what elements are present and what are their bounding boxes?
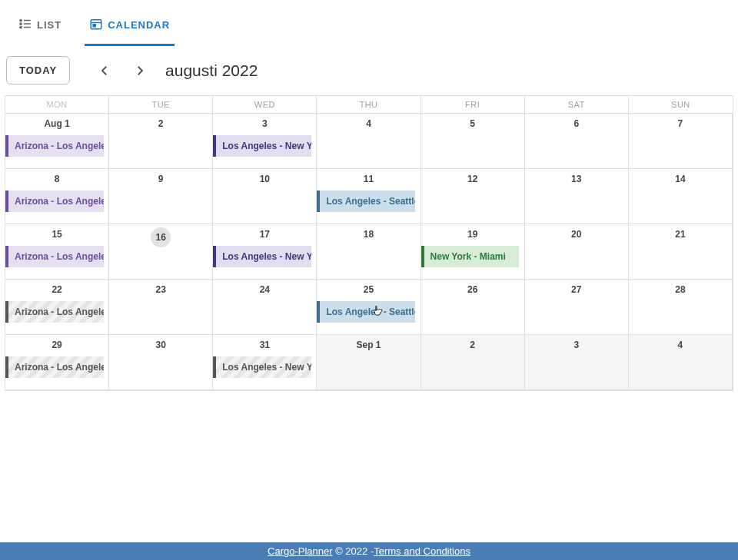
calendar-event[interactable]: Los Angeles - New York	[213, 246, 311, 267]
day-cell[interactable]: 24	[213, 280, 317, 335]
day-number: 25	[317, 280, 420, 295]
tab-list-label: LIST	[37, 19, 62, 31]
calendar-toolbar: TODAY augusti 2022	[0, 47, 738, 95]
day-cell[interactable]: 28	[629, 280, 733, 335]
day-number: 14	[629, 169, 732, 184]
day-number: 26	[421, 280, 524, 295]
day-number: 19	[421, 224, 524, 240]
day-cell[interactable]: Sep 1	[317, 335, 421, 390]
week-row: 293031Sep 1234Arizona - Los AngelesLos A…	[5, 335, 733, 390]
day-number: 10	[213, 169, 316, 184]
prev-month-button[interactable]	[98, 64, 111, 78]
day-header: WED	[213, 96, 317, 114]
day-cell[interactable]: 2	[421, 335, 525, 390]
svg-rect-8	[93, 25, 95, 27]
footer-brand-link[interactable]: Cargo-Planner	[268, 545, 333, 557]
day-number: 27	[525, 280, 628, 295]
day-header: MON	[5, 96, 109, 114]
week-row: 15161718192021Arizona - Los AngelesLos A…	[5, 224, 733, 280]
day-cell[interactable]: 9	[109, 169, 213, 224]
tab-calendar[interactable]: CALENDAR	[85, 11, 175, 46]
calendar-event[interactable]: Arizona - Los Angeles	[5, 191, 104, 212]
next-month-button[interactable]	[133, 64, 147, 78]
day-number: 28	[629, 280, 732, 295]
day-number: 17	[213, 224, 316, 240]
day-number: 4	[629, 335, 732, 350]
day-cell[interactable]: 21	[629, 224, 733, 280]
day-number: 31	[213, 335, 316, 350]
day-number: 8	[5, 169, 108, 184]
svg-point-4	[20, 26, 22, 28]
month-title: augusti 2022	[165, 61, 258, 80]
day-number: 15	[5, 224, 108, 240]
day-number: 5	[421, 114, 524, 129]
month-nav	[98, 64, 147, 78]
day-number: 23	[109, 280, 212, 295]
footer-terms-link[interactable]: Terms and Conditions	[374, 545, 470, 557]
day-cell[interactable]: 16	[109, 224, 213, 280]
day-number: 22	[5, 280, 108, 295]
day-number: Sep 1	[317, 335, 420, 350]
day-number: 7	[629, 114, 732, 129]
day-number: 18	[317, 224, 420, 240]
day-number: 21	[629, 224, 732, 240]
day-number: 3	[213, 114, 316, 129]
day-cell[interactable]: 7	[629, 114, 733, 169]
day-cell[interactable]: 13	[525, 169, 629, 224]
calendar-event[interactable]: Arizona - Los Angeles	[5, 301, 104, 323]
day-number: 29	[5, 335, 108, 350]
week-row: 891011121314Arizona - Los AngelesLos Ang…	[5, 169, 733, 224]
day-number: 24	[213, 280, 316, 295]
footer: Cargo-Planner © 2022 -Terms and Conditio…	[0, 542, 738, 560]
day-cell[interactable]: 4	[629, 335, 733, 390]
calendar-event[interactable]: Los Angeles - New York	[213, 356, 311, 378]
calendar-event[interactable]: Arizona - Los Angeles	[5, 356, 104, 378]
tab-list[interactable]: LIST	[14, 11, 66, 46]
day-cell[interactable]: 12	[421, 169, 525, 224]
tab-calendar-label: CALENDAR	[108, 19, 170, 31]
day-cell[interactable]: 10	[213, 169, 317, 224]
week-row: 22232425262728Arizona - Los AngelesLos A…	[5, 280, 733, 335]
day-headers: MONTUEWEDTHUFRISATSUN	[5, 96, 733, 114]
day-cell[interactable]: 4	[317, 114, 421, 169]
day-number: Aug 1	[5, 114, 108, 129]
day-header: SAT	[525, 96, 629, 114]
calendar-event[interactable]: Los Angeles - Seattle	[317, 301, 415, 323]
week-row: Aug 1234567Arizona - Los AngelesLos Ange…	[5, 114, 733, 169]
day-header: THU	[317, 96, 421, 114]
day-cell[interactable]: 18	[317, 224, 421, 280]
calendar-event[interactable]: New York - Miami	[421, 246, 520, 267]
day-cell[interactable]: 14	[629, 169, 733, 224]
day-number: 2	[421, 335, 524, 350]
day-header: TUE	[109, 96, 213, 114]
day-number: 9	[109, 169, 212, 184]
day-cell[interactable]: 5	[421, 114, 525, 169]
day-number: 6	[525, 114, 628, 129]
svg-point-0	[20, 19, 22, 21]
calendar-icon	[89, 17, 103, 33]
day-cell[interactable]: 20	[525, 224, 629, 280]
calendar-grid: MONTUEWEDTHUFRISATSUN Aug 1234567Arizona…	[5, 95, 733, 391]
calendar-event[interactable]: Los Angeles - New York	[213, 135, 311, 157]
day-number: 13	[525, 169, 628, 184]
list-icon	[18, 17, 32, 33]
day-cell[interactable]: 27	[525, 280, 629, 335]
day-cell[interactable]: 3	[525, 335, 629, 390]
day-cell[interactable]: 6	[525, 114, 629, 169]
day-cell[interactable]: 30	[109, 335, 213, 390]
today-button[interactable]: TODAY	[6, 56, 70, 84]
day-cell[interactable]: 23	[109, 280, 213, 335]
view-tabs: LIST CALENDAR	[0, 0, 738, 47]
calendar-event[interactable]: Arizona - Los Angeles	[5, 135, 104, 157]
calendar-event[interactable]: Arizona - Los Angeles	[5, 246, 104, 267]
calendar-event[interactable]: Los Angeles - Seattle	[317, 191, 415, 212]
day-cell[interactable]: 26	[421, 280, 525, 335]
day-number: 3	[525, 335, 628, 350]
day-header: SUN	[629, 96, 733, 114]
day-cell[interactable]: 2	[109, 114, 213, 169]
day-number: 11	[317, 169, 420, 184]
footer-copy: © 2022 -	[333, 545, 374, 557]
day-number: 20	[525, 224, 628, 240]
svg-point-2	[20, 23, 22, 25]
day-number: 2	[109, 114, 212, 129]
